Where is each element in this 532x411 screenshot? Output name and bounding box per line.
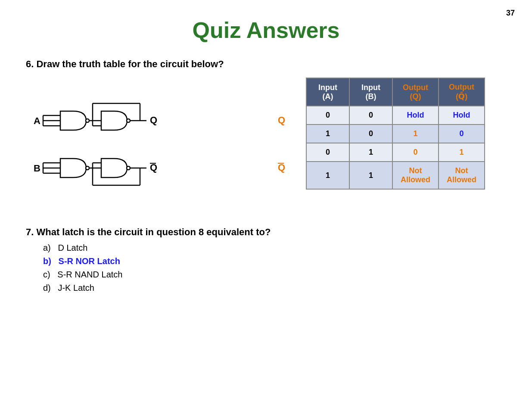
cell-a: 1 [306, 162, 349, 189]
svg-text:A: A [34, 115, 40, 126]
cell-q: 0 [392, 143, 439, 162]
cell-a: 0 [306, 106, 349, 125]
cell-b: 0 [349, 125, 392, 143]
question-6-label: 6. Draw the truth table for the circuit … [26, 59, 506, 70]
col-header-b: Input(B) [349, 78, 392, 106]
cell-q: 1 [392, 125, 439, 143]
cell-b: 1 [349, 143, 392, 162]
svg-point-16 [127, 119, 130, 122]
table-row: 1 1 NotAllowed NotAllowed [306, 162, 485, 189]
table-row: 1 0 1 0 [306, 125, 485, 143]
svg-text:B: B [34, 163, 40, 174]
cell-b: 0 [349, 106, 392, 125]
svg-text:Q: Q [278, 115, 285, 125]
cell-qbar: 0 [439, 125, 485, 143]
cell-b: 1 [349, 162, 392, 189]
svg-point-17 [127, 166, 130, 170]
svg-point-4 [86, 119, 89, 122]
col-header-a: Input(A) [306, 78, 349, 106]
question-7-block: 7. What latch is the circuit in question… [26, 227, 506, 293]
question-6-block: 6. Draw the truth table for the circuit … [26, 59, 506, 213]
col-header-q: Output(Q) [392, 78, 439, 106]
cell-q: NotAllowed [392, 162, 439, 189]
option-c: c) S-R NAND Latch [43, 270, 506, 280]
table-row: 0 1 0 1 [306, 143, 485, 162]
question-7-label: 7. What latch is the circuit in question… [26, 227, 506, 238]
truth-table-container: Input(A) Input(B) Output(Q) Output(Q̄) 0… [306, 78, 485, 190]
cell-a: 1 [306, 125, 349, 143]
options-list: a) D Latch b) S-R NOR Latch c) S-R NAND … [26, 243, 506, 293]
circuit-diagram: A B [26, 78, 289, 213]
page-title: Quiz Answers [26, 17, 506, 43]
col-header-qbar: Output(Q̄) [439, 78, 485, 106]
cell-qbar: Hold [439, 106, 485, 125]
cell-q: Hold [392, 106, 439, 125]
option-d: d) J-K Latch [43, 283, 506, 293]
svg-text:Q: Q [150, 115, 157, 125]
option-a: a) D Latch [43, 243, 506, 253]
cell-qbar: 1 [439, 143, 485, 162]
svg-point-9 [86, 166, 89, 170]
cell-qbar: NotAllowed [439, 162, 485, 189]
table-row: 0 0 Hold Hold [306, 106, 485, 125]
truth-table: Input(A) Input(B) Output(Q) Output(Q̄) 0… [306, 78, 485, 190]
option-b: b) S-R NOR Latch [43, 256, 506, 266]
page-number: 37 [506, 9, 515, 18]
cell-a: 0 [306, 143, 349, 162]
q6-content: A B [26, 78, 506, 213]
